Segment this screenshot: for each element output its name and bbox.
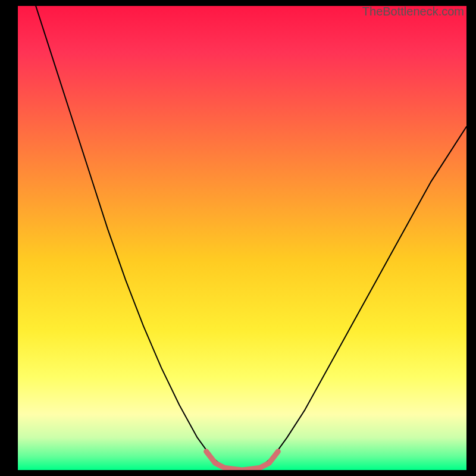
plot-area xyxy=(18,6,466,470)
watermark-text: TheBottleneck.com xyxy=(362,5,464,18)
series-curve xyxy=(36,6,466,470)
chart-curves xyxy=(18,6,466,470)
chart-canvas: TheBottleneck.com xyxy=(0,0,476,476)
